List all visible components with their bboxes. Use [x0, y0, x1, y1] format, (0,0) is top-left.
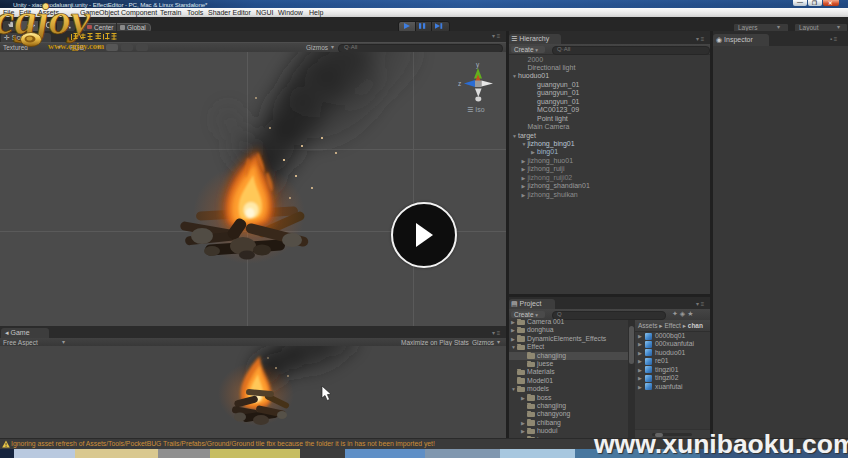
svg-text:www.cgjoy.com: www.cgjoy.com: [48, 41, 104, 51]
svg-text:cgjoy: cgjoy: [0, 0, 91, 44]
svg-text:☰ Iso: ☰ Iso: [467, 106, 485, 113]
svg-text:y: y: [476, 61, 480, 69]
svg-text:z: z: [458, 80, 461, 87]
